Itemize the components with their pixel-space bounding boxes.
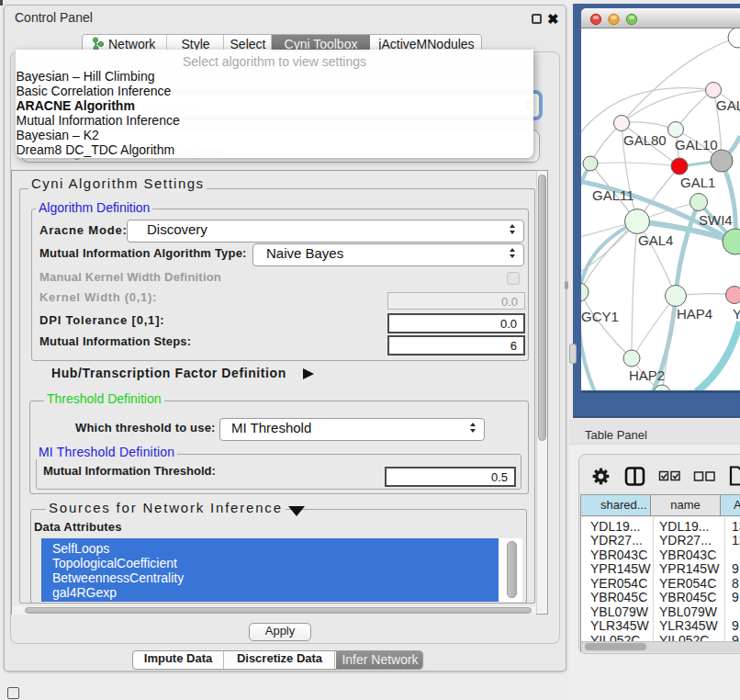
svg-text:GCY1: GCY1 [581,309,619,324]
svg-text:SWI4: SWI4 [699,212,733,228]
svg-text:GAL80: GAL80 [623,132,667,148]
svg-text:Y: Y [733,306,740,322]
svg-text:GAL11: GAL11 [592,187,634,203]
svg-text:GAL: GAL [716,97,740,113]
svg-text:HAP2: HAP2 [629,367,665,383]
svg-text:GAL10: GAL10 [675,137,718,152]
svg-text:GAL4: GAL4 [638,232,673,248]
svg-text:HAP4: HAP4 [677,306,712,322]
svg-text:GAL1: GAL1 [680,175,715,190]
